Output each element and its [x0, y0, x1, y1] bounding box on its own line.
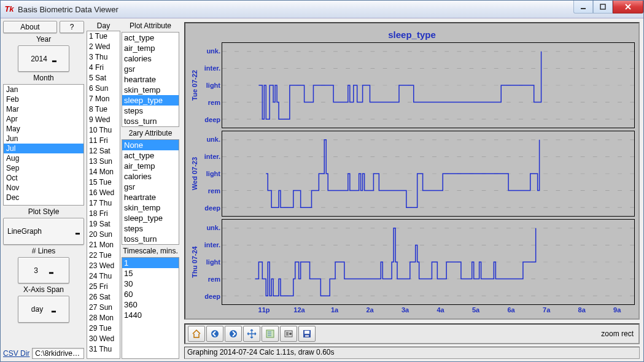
list-item[interactable]: 18 Fri — [87, 209, 120, 219]
list-item[interactable]: 31 Thu — [87, 344, 120, 355]
list-item[interactable]: Jan — [4, 85, 83, 94]
back-icon[interactable] — [206, 326, 223, 342]
list-item[interactable]: air_temp — [122, 161, 179, 171]
list-item[interactable]: Oct — [4, 173, 83, 183]
forward-icon[interactable] — [225, 326, 242, 342]
csv-dir-link[interactable]: CSV Dir — [3, 349, 29, 358]
secondary-attribute-listbox[interactable]: Noneact_typeair_tempcaloriesgsrheartrate… — [122, 139, 179, 245]
list-item[interactable]: 13 Sun — [87, 156, 120, 167]
list-item[interactable]: 10 Thu — [87, 125, 120, 136]
list-item[interactable]: air_temp — [122, 43, 179, 53]
list-item[interactable]: 29 Tue — [87, 323, 120, 334]
csv-path-field[interactable]: C:\8rkidrives... — [32, 348, 84, 359]
list-item[interactable]: 3 Thu — [87, 52, 120, 63]
chart-canvas[interactable] — [222, 219, 635, 305]
list-item[interactable]: 26 Sat — [87, 292, 120, 302]
list-item[interactable]: gsr — [122, 64, 179, 74]
list-item[interactable]: sleep_type — [122, 95, 179, 106]
list-item[interactable]: 12 Sat — [87, 146, 120, 156]
list-item[interactable]: 11 Fri — [87, 136, 120, 146]
zoom-icon[interactable] — [262, 326, 279, 342]
list-item[interactable]: 14 Mon — [87, 167, 120, 177]
list-item[interactable]: 23 Wed — [87, 261, 120, 271]
title-bar[interactable]: Tk Basis Biometric Data Viewer — [1, 1, 643, 18]
list-item[interactable]: 9 Wed — [87, 115, 120, 125]
month-listbox[interactable]: JanFebMarAprMayJunJulAugSepOctNovDec — [3, 84, 84, 206]
list-item[interactable]: Nov — [4, 183, 83, 193]
configure-icon[interactable] — [280, 326, 297, 342]
pan-icon[interactable] — [243, 326, 260, 342]
home-icon[interactable] — [188, 326, 205, 342]
list-item[interactable]: 6 Sun — [87, 83, 120, 94]
close-button[interactable] — [613, 1, 643, 13]
x-tick: 9a — [599, 306, 635, 315]
list-item[interactable]: Jun — [4, 134, 83, 144]
list-item[interactable]: Mar — [4, 104, 83, 114]
minimize-button[interactable] — [573, 1, 593, 13]
app-window: Tk Basis Biometric Data Viewer About ? Y… — [0, 0, 644, 362]
nlines-selector[interactable]: 3▂ — [18, 257, 69, 283]
list-item[interactable]: heartrate — [122, 192, 179, 202]
about-button[interactable]: About — [3, 21, 57, 33]
list-item[interactable]: 16 Wed — [87, 188, 120, 198]
list-item[interactable]: Aug — [4, 153, 83, 163]
list-item[interactable]: toss_turn — [122, 234, 179, 244]
xspan-selector[interactable]: day▂ — [18, 296, 69, 322]
list-item[interactable]: 60 — [122, 289, 179, 299]
maximize-button[interactable] — [593, 1, 613, 13]
list-item[interactable]: 15 — [122, 268, 179, 279]
year-selector[interactable]: 2014▂ — [18, 45, 69, 72]
list-item[interactable]: toss_turn — [122, 116, 179, 126]
timescale-listbox[interactable]: 11530603601440 — [122, 257, 179, 359]
list-item[interactable]: 25 Fri — [87, 282, 120, 292]
list-item[interactable]: heartrate — [122, 74, 179, 85]
list-item[interactable]: 30 — [122, 279, 179, 289]
list-item[interactable]: 27 Sun — [87, 302, 120, 313]
list-item[interactable]: 1440 — [122, 310, 179, 320]
list-item[interactable]: gsr — [122, 182, 179, 192]
list-item[interactable]: 28 Mon — [87, 313, 120, 323]
list-item[interactable]: 24 Thu — [87, 271, 120, 282]
list-item[interactable]: Feb — [4, 94, 83, 104]
list-item[interactable]: 19 Sat — [87, 219, 120, 229]
list-item[interactable]: 1 Tue — [87, 31, 120, 42]
list-item[interactable]: 17 Thu — [87, 198, 120, 209]
day-panel: Day 1 Tue2 Wed3 Thu4 Fri5 Sat6 Sun7 Mon8… — [87, 18, 120, 361]
plot-attribute-listbox[interactable]: act_typeair_tempcaloriesgsrheartrateskin… — [122, 32, 179, 127]
list-item[interactable]: 8 Tue — [87, 104, 120, 115]
svg-rect-24 — [305, 331, 309, 334]
list-item[interactable]: Apr — [4, 114, 83, 124]
help-button[interactable]: ? — [60, 21, 84, 33]
x-tick: 7a — [529, 306, 564, 315]
list-item[interactable]: steps — [122, 223, 179, 234]
list-item[interactable]: 2 Wed — [87, 42, 120, 52]
list-item[interactable]: Jul — [4, 144, 83, 153]
list-item[interactable]: May — [4, 124, 83, 134]
list-item[interactable]: None — [122, 140, 179, 150]
day-listbox[interactable]: 1 Tue2 Wed3 Thu4 Fri5 Sat6 Sun7 Mon8 Tue… — [87, 31, 120, 359]
list-item[interactable]: skin_temp — [122, 85, 179, 95]
save-icon[interactable] — [298, 326, 316, 342]
list-item[interactable]: steps — [122, 106, 179, 116]
list-item[interactable]: calories — [122, 171, 179, 182]
plotstyle-selector[interactable]: LineGraph▂ — [3, 218, 84, 244]
list-item[interactable]: sleep_type — [122, 213, 179, 223]
list-item[interactable]: Sep — [4, 163, 83, 173]
list-item[interactable]: Dec — [4, 193, 83, 202]
list-item[interactable]: 4 Fri — [87, 63, 120, 73]
list-item[interactable]: skin_temp — [122, 202, 179, 213]
list-item[interactable]: 30 Wed — [87, 334, 120, 344]
list-item[interactable]: 5 Sat — [87, 73, 120, 83]
chart-canvas[interactable] — [222, 42, 635, 128]
list-item[interactable]: calories — [122, 53, 179, 64]
list-item[interactable]: 1 — [122, 258, 179, 268]
list-item[interactable]: 22 Tue — [87, 250, 120, 261]
list-item[interactable]: 15 Tue — [87, 177, 120, 188]
list-item[interactable]: act_type — [122, 33, 179, 43]
list-item[interactable]: 20 Sun — [87, 229, 120, 240]
list-item[interactable]: act_type — [122, 150, 179, 161]
list-item[interactable]: 21 Mon — [87, 240, 120, 250]
chart-canvas[interactable] — [222, 131, 635, 217]
list-item[interactable]: 360 — [122, 299, 179, 310]
list-item[interactable]: 7 Mon — [87, 94, 120, 104]
